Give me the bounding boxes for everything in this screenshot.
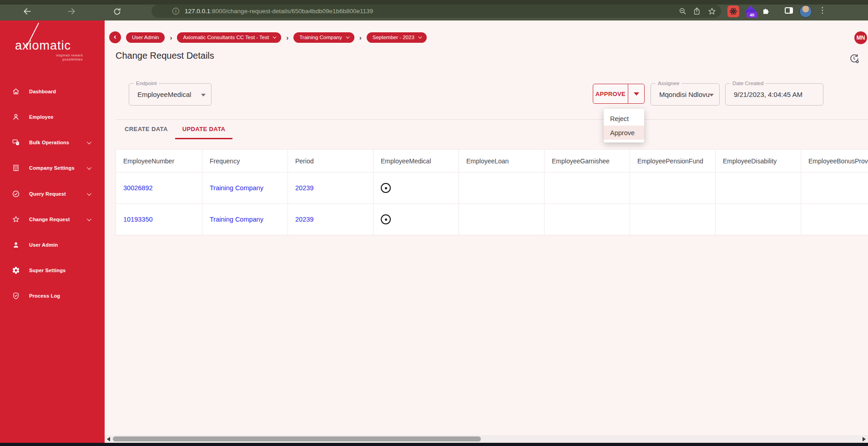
period-link[interactable]: 20239 (295, 216, 313, 223)
sidebar-item-query-request[interactable]: Query Request (0, 181, 105, 207)
empty-cell (801, 172, 868, 204)
url-host: 127.0.0.1 (185, 8, 210, 15)
table-row: 10193350 Training Company 20239 (116, 204, 868, 235)
chevron-down-icon (273, 35, 276, 38)
devices-icon (12, 138, 20, 147)
employee-number-link[interactable]: 30026892 (123, 184, 153, 192)
col-employee-garnishee: EmployeeGarnishee (545, 150, 630, 172)
sidebar-item-super-settings[interactable]: Super Settings (0, 258, 105, 283)
user-avatar[interactable]: MN (854, 31, 867, 44)
table-row: 30026892 Training Company 20239 (116, 172, 868, 204)
endpoint-select[interactable]: Endpoint EmployeeMedical (129, 83, 212, 106)
side-panel-icon[interactable] (785, 7, 793, 14)
browser-profile-avatar[interactable] (799, 5, 812, 18)
chevron-right-icon: › (286, 34, 288, 41)
view-record-icon[interactable] (381, 214, 391, 224)
sidebar-item-label: Change Request (29, 217, 70, 222)
caret-down-icon (201, 94, 206, 96)
scroll-right-button[interactable] (860, 435, 868, 443)
breadcrumb-company-dropdown[interactable]: Axiomatic Consultants CC Test - Test (177, 32, 281, 43)
browser-refresh-button[interactable] (111, 6, 122, 17)
tab-create-data[interactable]: CREATE DATA (117, 120, 175, 139)
bookmark-star-icon[interactable] (707, 7, 717, 16)
tabs: CREATE DATA UPDATE DATA (117, 120, 232, 139)
shield-check-icon (12, 292, 20, 300)
breadcrumb-period-dropdown[interactable]: September - 2023 (367, 32, 427, 43)
sidebar-item-label: Query Request (29, 191, 66, 197)
browser-menu-icon[interactable]: ⋮ (818, 5, 825, 15)
sidebar-item-change-request[interactable]: Change Request (0, 207, 105, 232)
breadcrumb-back-button[interactable]: ‹ (109, 31, 121, 43)
sidebar-item-label: Bulk Operations (29, 140, 69, 145)
browser-forward-button[interactable] (66, 6, 77, 17)
caret-down-icon (709, 94, 714, 96)
approve-dropdown-toggle[interactable] (628, 84, 644, 103)
chevron-down-icon (87, 191, 91, 196)
sidebar-item-label: Dashboard (29, 89, 56, 94)
menu-item-reject[interactable]: Reject (604, 112, 644, 126)
person-outline-icon (12, 113, 20, 121)
chevron-right-icon: › (170, 34, 172, 41)
horizontal-scrollbar[interactable] (105, 435, 868, 443)
extension-react-devtools-icon[interactable] (727, 5, 739, 17)
site-info-icon[interactable]: i (172, 8, 179, 15)
sidebar: axiomatic inspired reward possibilities … (0, 20, 105, 443)
extensions-puzzle-icon[interactable] (761, 6, 770, 17)
frequency-link[interactable]: Training Company (210, 184, 263, 192)
approve-button[interactable]: APPROVE (593, 84, 628, 103)
sidebar-item-bulk-operations[interactable]: Bulk Operations (0, 130, 105, 155)
axiomatic-logo: axiomatic (15, 39, 71, 53)
sync-settings-icon[interactable] (849, 53, 860, 64)
empty-cell (630, 172, 716, 204)
empty-cell (716, 204, 801, 235)
share-icon[interactable] (693, 7, 701, 15)
breadcrumb-user-admin[interactable]: User Admin (126, 32, 165, 43)
col-employee-disability: EmployeeDisability (716, 150, 801, 172)
period-link[interactable]: 20239 (295, 184, 313, 192)
window-bottom-strip (0, 443, 868, 446)
date-created-field[interactable]: Date Created 9/21/2023, 4:04:45 AM (725, 83, 823, 106)
approve-split-button: APPROVE (593, 84, 645, 104)
tab-update-data[interactable]: UPDATE DATA (175, 120, 233, 139)
employee-number-link[interactable]: 10193350 (123, 216, 153, 223)
sidebar-item-company-settings[interactable]: Company Settings (0, 155, 105, 181)
home-icon (12, 87, 20, 96)
sidebar-item-employee[interactable]: Employee (0, 104, 105, 130)
sidebar-item-label: Employee (29, 114, 54, 120)
sidebar-item-process-log[interactable]: Process Log (0, 283, 105, 309)
forward-arrow-icon (67, 7, 76, 16)
chevron-right-icon: › (359, 34, 362, 41)
breadcrumb-label: User Admin (132, 35, 159, 40)
breadcrumb-frequency-dropdown[interactable]: Training Company (293, 32, 354, 43)
person-filled-icon (12, 241, 20, 249)
frequency-link[interactable]: Training Company (210, 216, 263, 223)
sidebar-item-user-admin[interactable]: User Admin (0, 232, 105, 258)
browser-back-button[interactable] (22, 6, 33, 17)
extension-badge: 40 (747, 12, 757, 18)
page-title: Change Request Details (116, 51, 214, 61)
scrollbar-thumb[interactable] (113, 436, 481, 441)
address-bar[interactable]: i 127.0.0.1:8000/change-request-details/… (151, 5, 721, 18)
main-content: ‹ User Admin › Axiomatic Consultants CC … (105, 20, 868, 443)
breadcrumb-label: Training Company (299, 35, 342, 40)
assignee-select[interactable]: Assignee Mqondisi Ndlovu (651, 83, 720, 106)
col-employee-loan: EmployeeLoan (459, 150, 545, 172)
puzzle-icon (761, 6, 770, 15)
col-employee-number: EmployeeNumber (116, 150, 202, 172)
sidebar-item-dashboard[interactable]: Dashboard (0, 79, 105, 104)
chevron-down-icon (346, 35, 349, 38)
url-text[interactable]: 127.0.0.1:8000/change-request-details/65… (185, 8, 373, 15)
back-arrow-icon (23, 7, 32, 16)
col-frequency: Frequency (202, 150, 288, 172)
empty-cell (801, 204, 868, 235)
scroll-left-button[interactable] (105, 435, 112, 443)
col-period: Period (288, 150, 373, 172)
zoom-out-icon[interactable] (678, 7, 687, 15)
empty-cell (545, 204, 630, 235)
menu-item-approve[interactable]: Approve (604, 126, 644, 140)
breadcrumb: ‹ User Admin › Axiomatic Consultants CC … (109, 30, 427, 44)
view-record-icon[interactable] (381, 183, 391, 193)
logo-tagline: inspired reward possibilities (35, 53, 83, 61)
endpoint-value: EmployeeMedical (137, 84, 191, 105)
browser-chrome: i 127.0.0.1:8000/change-request-details/… (0, 0, 868, 20)
